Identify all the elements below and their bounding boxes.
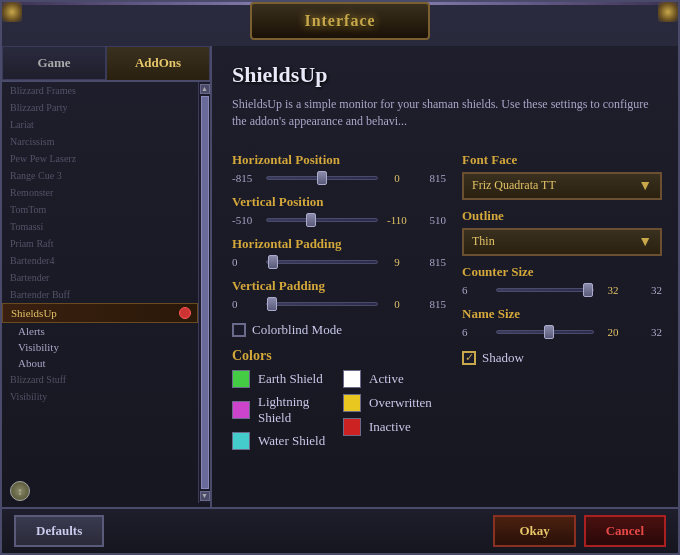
sidebar-item-shieldsup[interactable]: ShieldsUp [2, 303, 198, 323]
colorblind-label: Colorblind Mode [252, 322, 342, 338]
name-size-value: 20 [598, 326, 628, 338]
horizontal-padding-label: Horizontal Padding [232, 236, 446, 252]
vertical-position-max: 510 [416, 214, 446, 226]
lightning-shield-swatch[interactable] [232, 401, 250, 419]
horizontal-padding-slider[interactable] [266, 254, 378, 270]
addon-description: ShieldsUp is a simple monitor for your s… [232, 96, 662, 130]
counter-size-row: 6 32 32 [462, 282, 662, 298]
sidebar-item[interactable]: TomTom [2, 201, 198, 218]
horizontal-position-thumb[interactable] [317, 171, 327, 185]
horizontal-position-max: 815 [416, 172, 446, 184]
vertical-padding-thumb[interactable] [267, 297, 277, 311]
name-size-max: 32 [632, 326, 662, 338]
scroll-thumb[interactable] [201, 96, 209, 489]
name-size-slider[interactable] [496, 324, 594, 340]
sidebar-item[interactable]: Blizzard Frames [2, 82, 198, 99]
horizontal-position-label: Horizontal Position [232, 152, 446, 168]
vertical-padding-label: Vertical Padding [232, 278, 446, 294]
vertical-position-slider[interactable] [266, 212, 378, 228]
counter-size-slider[interactable] [496, 282, 594, 298]
horizontal-padding-min: 0 [232, 256, 262, 268]
water-shield-swatch[interactable] [232, 432, 250, 450]
okay-button[interactable]: Okay [493, 515, 575, 547]
sidebar-item[interactable]: Remonster [2, 184, 198, 201]
main-window: Interface Game AddOns Blizzard Frames Bl… [0, 0, 680, 555]
sidebar-item[interactable]: Pew Pew Laserz [2, 150, 198, 167]
colorblind-checkbox[interactable] [232, 323, 246, 337]
sidebar-item[interactable]: Narcissism [2, 133, 198, 150]
tabs-row: Game AddOns [2, 46, 210, 82]
horizontal-padding-thumb[interactable] [268, 255, 278, 269]
horizontal-position-value: 0 [382, 172, 412, 184]
scroll-down-button[interactable]: ▼ [200, 491, 210, 501]
counter-size-label: Counter Size [462, 264, 662, 280]
sidebar-sub-alerts[interactable]: Alerts [2, 323, 198, 339]
tab-addons[interactable]: AddOns [106, 46, 210, 80]
sidebar-item[interactable]: Priam Raft [2, 235, 198, 252]
name-size-thumb[interactable] [544, 325, 554, 339]
sidebar-item[interactable]: Bartender Buff [2, 286, 198, 303]
corner-tl [2, 2, 22, 22]
sidebar-item[interactable]: Lariat [2, 116, 198, 133]
sidebar-item[interactable]: Tomassi [2, 218, 198, 235]
counter-size-min: 6 [462, 284, 492, 296]
settings-left: Horizontal Position -815 0 815 Vertical … [232, 144, 446, 456]
vertical-padding-value: 0 [382, 298, 412, 310]
vertical-position-label: Vertical Position [232, 194, 446, 210]
font-face-label: Font Face [462, 152, 662, 168]
bottom-bar: Defaults Okay Cancel [2, 507, 678, 553]
shadow-checkbox[interactable]: ✓ [462, 351, 476, 365]
horizontal-padding-max: 815 [416, 256, 446, 268]
earth-shield-label: Earth Shield [258, 371, 323, 387]
name-size-row: 6 20 32 [462, 324, 662, 340]
shadow-row: ✓ Shadow [462, 350, 662, 366]
water-shield-label: Water Shield [258, 433, 325, 449]
sidebar-item[interactable]: Blizzard Stuff [2, 371, 198, 388]
scroll-icon: ↕ [10, 481, 30, 501]
sidebar: Game AddOns Blizzard Frames Blizzard Par… [2, 46, 212, 553]
addon-title: ShieldsUp [232, 62, 662, 88]
font-face-value: Friz Quadrata TT [472, 178, 556, 193]
inactive-label: Inactive [369, 419, 411, 435]
sidebar-sub-about[interactable]: About [2, 355, 198, 371]
earth-shield-swatch[interactable] [232, 370, 250, 388]
water-shield-row: Water Shield [232, 432, 335, 450]
vertical-padding-row: 0 0 815 [232, 296, 446, 312]
sidebar-item[interactable]: Range Cue 3 [2, 167, 198, 184]
horizontal-position-slider[interactable] [266, 170, 378, 186]
dropdown-arrow-icon: ▼ [638, 178, 652, 194]
vertical-position-thumb[interactable] [306, 213, 316, 227]
outline-value: Thin [472, 234, 495, 249]
cancel-button[interactable]: Cancel [584, 515, 666, 547]
horizontal-padding-row: 0 9 815 [232, 254, 446, 270]
shadow-label: Shadow [482, 350, 524, 366]
active-row: Active [343, 370, 446, 388]
defaults-button[interactable]: Defaults [14, 515, 104, 547]
sidebar-item[interactable]: Bartender [2, 269, 198, 286]
colorblind-row: Colorblind Mode [232, 322, 446, 338]
checkmark-icon: ✓ [465, 351, 474, 364]
overwritten-row: Overwritten [343, 394, 446, 412]
lightning-shield-label: Lightning Shield [258, 394, 335, 426]
main-content: Game AddOns Blizzard Frames Blizzard Par… [2, 2, 678, 553]
settings-columns: Horizontal Position -815 0 815 Vertical … [232, 144, 662, 456]
counter-size-max: 32 [632, 284, 662, 296]
sidebar-scrollbar[interactable]: ▲ ▼ [198, 82, 210, 503]
sidebar-items-col: Blizzard Frames Blizzard Party Lariat Na… [2, 82, 198, 503]
sidebar-sub-visibility[interactable]: Visibility [2, 339, 198, 355]
sidebar-item[interactable]: Visibility [2, 388, 198, 405]
vertical-position-row: -510 -110 510 [232, 212, 446, 228]
font-face-dropdown[interactable]: Friz Quadrata TT ▼ [462, 172, 662, 200]
earth-shield-row: Earth Shield [232, 370, 335, 388]
overwritten-swatch[interactable] [343, 394, 361, 412]
inactive-swatch[interactable] [343, 418, 361, 436]
sidebar-item[interactable]: Bartender4 [2, 252, 198, 269]
outline-dropdown[interactable]: Thin ▼ [462, 228, 662, 256]
tab-game[interactable]: Game [2, 46, 106, 80]
scroll-up-button[interactable]: ▲ [200, 84, 210, 94]
right-panel: ShieldsUp ShieldsUp is a simple monitor … [212, 46, 678, 553]
vertical-padding-slider[interactable] [266, 296, 378, 312]
sidebar-item[interactable]: Blizzard Party [2, 99, 198, 116]
counter-size-thumb[interactable] [583, 283, 593, 297]
active-swatch[interactable] [343, 370, 361, 388]
